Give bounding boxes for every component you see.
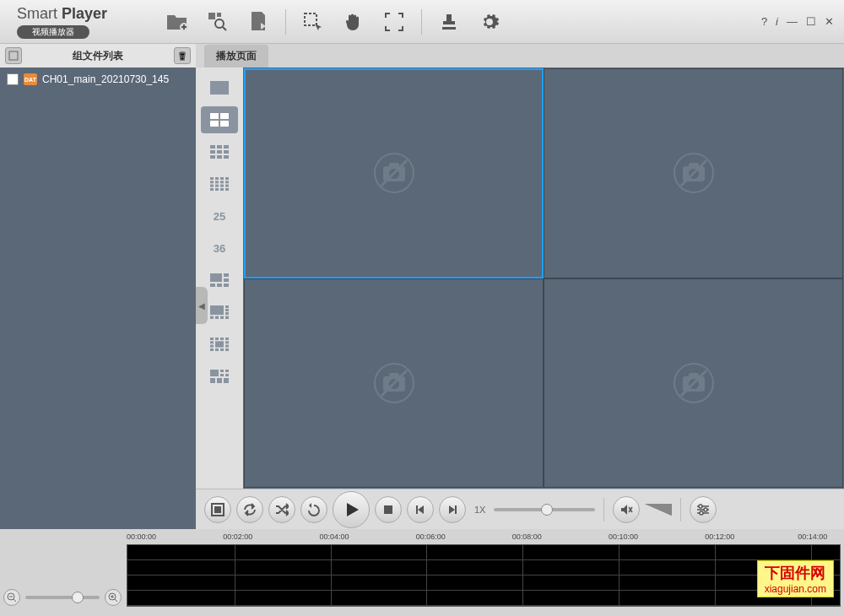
maximize-button[interactable]: ☐ (806, 15, 816, 28)
svg-rect-25 (215, 181, 219, 183)
svg-rect-30 (220, 185, 224, 187)
svg-rect-18 (217, 155, 222, 159)
layout-16-button[interactable] (201, 170, 238, 197)
svg-rect-4 (305, 14, 316, 25)
svg-rect-24 (210, 181, 214, 183)
play-button[interactable] (333, 491, 370, 528)
svg-rect-32 (210, 188, 214, 191)
svg-rect-54 (210, 341, 214, 343)
info-button[interactable]: i (776, 15, 778, 28)
app-title-b: Player (62, 5, 107, 22)
prev-frame-button[interactable] (407, 496, 434, 523)
svg-point-96 (700, 511, 703, 515)
sidebar-collapse-button[interactable]: ◀ (196, 287, 208, 324)
speed-slider[interactable] (494, 508, 595, 511)
svg-rect-26 (220, 181, 224, 183)
layout-36-button[interactable]: 36 (201, 235, 238, 262)
svg-rect-56 (225, 341, 229, 343)
tick-label: 00:12:00 (705, 532, 734, 541)
timeline-main: 00:00:00 00:02:00 00:04:00 00:06:00 00:0… (127, 532, 841, 616)
shuffle-button[interactable] (268, 496, 295, 523)
svg-point-94 (699, 505, 702, 508)
svg-rect-22 (220, 177, 224, 180)
close-button[interactable]: ✕ (825, 15, 834, 28)
file-badge-icon: DAT (24, 73, 37, 85)
layout-custom-button[interactable] (201, 363, 238, 390)
layout-1-button[interactable] (201, 74, 238, 101)
minimize-button[interactable]: — (787, 15, 798, 28)
tab-bar: 播放页面 (196, 44, 844, 68)
help-button[interactable]: ? (761, 15, 767, 28)
layout-13-button[interactable] (201, 331, 238, 358)
toolbar-separator (285, 9, 286, 35)
svg-point-3 (215, 19, 224, 28)
svg-rect-69 (217, 378, 222, 383)
zoom-in-button[interactable] (105, 589, 122, 606)
app-title-a: Smart (17, 5, 57, 22)
tick-label: 00:04:00 (319, 532, 349, 541)
svg-rect-13 (224, 145, 229, 149)
tab-playback[interactable]: 播放页面 (204, 45, 268, 68)
next-frame-button[interactable] (439, 496, 466, 523)
volume-slider[interactable] (645, 504, 672, 516)
camera-placeholder-icon (373, 362, 415, 404)
timeline-ruler: 00:00:00 00:02:00 00:04:00 00:06:00 00:0… (127, 532, 841, 544)
video-cell-3[interactable] (244, 278, 544, 489)
layout-4-button[interactable] (201, 106, 238, 133)
loop-button[interactable] (236, 496, 263, 523)
svg-rect-27 (225, 181, 229, 183)
stop-button[interactable] (375, 496, 402, 523)
fullscreen-button[interactable] (377, 5, 411, 39)
svg-rect-73 (389, 163, 399, 168)
video-cell-4[interactable] (544, 278, 843, 489)
file-name: CH01_main_20210730_145 (42, 73, 169, 85)
stamp-button[interactable] (432, 5, 466, 39)
video-cell-1[interactable] (244, 68, 544, 278)
tick-label: 00:08:00 (512, 532, 542, 541)
svg-rect-15 (217, 150, 222, 154)
add-folder-button[interactable] (160, 5, 194, 39)
mute-button[interactable] (613, 496, 640, 523)
settings-button[interactable] (473, 5, 506, 39)
toolbar-separator (421, 9, 422, 35)
svg-rect-34 (220, 188, 224, 191)
svg-rect-36 (210, 273, 222, 282)
export-button[interactable] (241, 5, 275, 39)
select-tool-button[interactable] (296, 5, 330, 39)
filter-button[interactable] (690, 496, 717, 523)
zoom-out-button[interactable] (3, 589, 20, 606)
zoom-slider-thumb[interactable] (72, 592, 84, 603)
pan-tool-button[interactable] (337, 5, 371, 39)
video-cell-2[interactable] (544, 68, 843, 278)
logo-area: Smart Player 视频播放器 (0, 5, 152, 39)
svg-rect-14 (210, 150, 215, 154)
svg-rect-67 (225, 374, 229, 376)
video-grid (243, 68, 844, 489)
svg-rect-5 (9, 51, 18, 60)
layout-25-button[interactable]: 25 (201, 203, 238, 230)
search-button[interactable] (201, 5, 235, 39)
layout-picker: 25 36 (196, 68, 243, 489)
svg-rect-60 (215, 349, 219, 351)
layout-9-button[interactable] (201, 138, 238, 165)
sidebar-header: 组文件列表 (0, 44, 196, 68)
speed-slider-thumb[interactable] (541, 504, 553, 516)
app-title: Smart Player (17, 5, 152, 23)
sidebar-delete-button[interactable] (174, 47, 191, 64)
svg-rect-57 (210, 345, 214, 348)
control-separator (603, 498, 604, 521)
list-item[interactable]: DAT CH01_main_20210730_145 (0, 71, 196, 88)
sidebar-toggle-button[interactable] (5, 47, 22, 64)
timeline-tracks[interactable] (127, 544, 841, 607)
rewind-button[interactable] (300, 496, 327, 523)
svg-rect-55 (215, 341, 224, 347)
svg-rect-9 (210, 121, 219, 127)
tick-label: 00:02:00 (223, 532, 252, 541)
fullscreen-toggle-button[interactable] (204, 496, 231, 523)
svg-rect-45 (225, 312, 229, 315)
svg-rect-21 (215, 177, 219, 180)
svg-rect-44 (225, 309, 229, 311)
svg-rect-43 (225, 305, 229, 308)
zoom-slider[interactable] (25, 596, 100, 599)
svg-rect-92 (214, 506, 221, 513)
